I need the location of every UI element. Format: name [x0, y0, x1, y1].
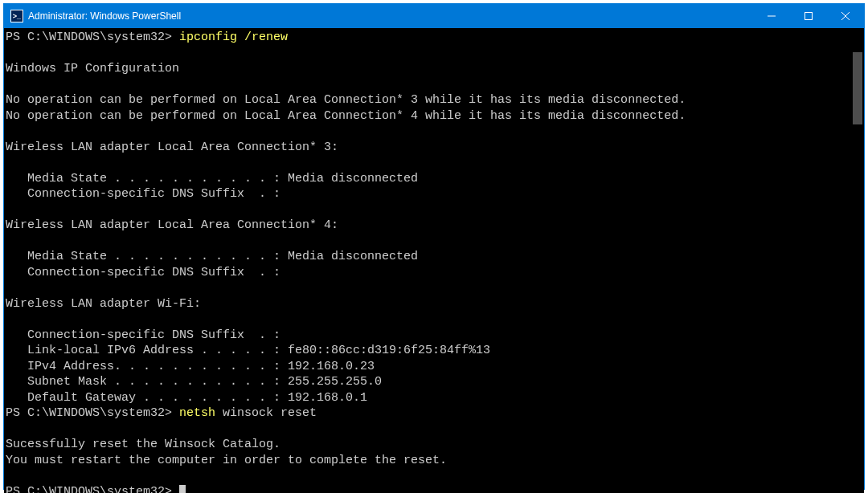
command-text: netsh	[179, 406, 223, 420]
output-line: Default Gateway . . . . . . . . . : 192.…	[6, 391, 367, 405]
output-line: Wireless LAN adapter Local Area Connecti…	[6, 218, 338, 232]
output-line: No operation can be performed on Local A…	[6, 109, 686, 123]
output-line: Media State . . . . . . . . . . . : Medi…	[6, 172, 418, 185]
command-text: winsock reset	[223, 406, 317, 420]
minimize-button[interactable]	[753, 4, 790, 28]
prompt: PS C:\WINDOWS\system32>	[6, 406, 179, 420]
output-line: Windows IP Configuration	[6, 62, 179, 75]
prompt: PS C:\WINDOWS\system32>	[6, 31, 179, 44]
content-area: PS C:\WINDOWS\system32> ipconfig /renew …	[4, 28, 864, 493]
window-title: Administrator: Windows PowerShell	[28, 10, 181, 22]
prompt: PS C:\WINDOWS\system32>	[6, 485, 179, 494]
scrollbar-thumb[interactable]	[853, 52, 862, 124]
output-line: You must restart the computer in order t…	[6, 454, 447, 467]
svg-rect-1	[805, 13, 813, 20]
output-line: Connection-specific DNS Suffix . :	[6, 266, 280, 279]
output-line: Media State . . . . . . . . . . . : Medi…	[6, 250, 418, 263]
vertical-scrollbar[interactable]	[851, 28, 864, 493]
output-line: IPv4 Address. . . . . . . . . . . : 192.…	[6, 360, 375, 373]
titlebar[interactable]: >_ Administrator: Windows PowerShell	[4, 4, 864, 28]
terminal-output[interactable]: PS C:\WINDOWS\system32> ipconfig /renew …	[4, 28, 851, 493]
command-text: ipconfig /renew	[179, 31, 288, 44]
cursor	[179, 485, 186, 494]
output-line: Subnet Mask . . . . . . . . . . . : 255.…	[6, 375, 382, 389]
output-line: No operation can be performed on Local A…	[6, 93, 686, 107]
output-line: Sucessfully reset the Winsock Catalog.	[6, 438, 280, 451]
output-line: Wireless LAN adapter Local Area Connecti…	[6, 141, 338, 154]
output-line: Connection-specific DNS Suffix . :	[6, 328, 280, 342]
powershell-icon: >_	[10, 10, 23, 22]
output-line: Link-local IPv6 Address . . . . . : fe80…	[6, 344, 490, 357]
output-line: Wireless LAN adapter Wi-Fi:	[6, 297, 201, 311]
output-line: Connection-specific DNS Suffix . :	[6, 187, 280, 201]
maximize-button[interactable]	[790, 4, 827, 28]
powershell-window: >_ Administrator: Windows PowerShell PS …	[3, 3, 865, 490]
close-button[interactable]	[827, 4, 864, 28]
